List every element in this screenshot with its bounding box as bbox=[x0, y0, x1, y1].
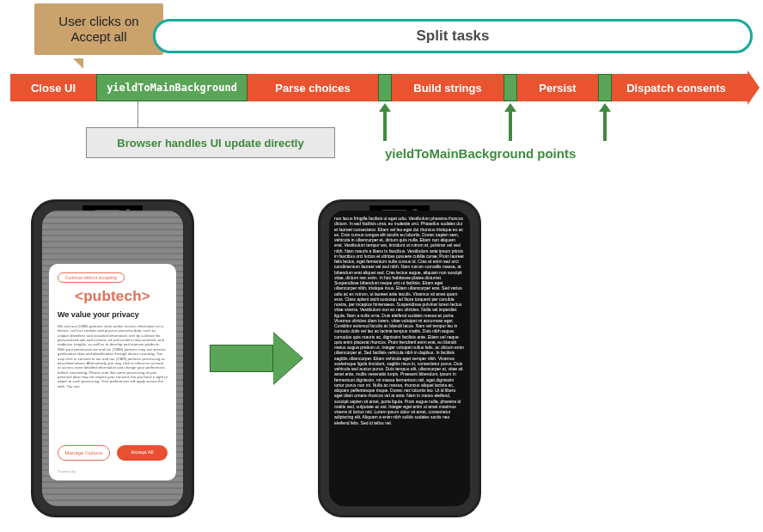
phone-before-screen: Continue without accepting <pubtech> We … bbox=[42, 211, 183, 506]
article-page: non lacus fringilla facilisis ut eget od… bbox=[329, 211, 470, 506]
dialog-body: We and our (1389) partners store and/or … bbox=[58, 324, 168, 388]
yield-point-icon bbox=[378, 74, 392, 101]
up-arrow-icon bbox=[379, 103, 391, 141]
callout-text: Browser handles UI update directly bbox=[117, 137, 303, 150]
phones-row: Continue without accepting <pubtech> We … bbox=[31, 199, 481, 517]
consent-dialog: Continue without accepting <pubtech> We … bbox=[49, 264, 176, 480]
task-persist: Persist bbox=[517, 74, 598, 101]
yield-point-icon bbox=[598, 74, 612, 101]
bubble-text: User clicks on Accept all bbox=[41, 14, 156, 45]
phone-after-screen: non lacus fringilla facilisis ut eget od… bbox=[329, 211, 470, 506]
dialog-title: We value your privacy bbox=[58, 310, 168, 319]
continue-without-chip[interactable]: Continue without accepting bbox=[58, 272, 125, 283]
task-parse-choices: Parse choices bbox=[247, 74, 378, 101]
manage-options-button[interactable]: Manage Options bbox=[58, 445, 110, 461]
split-tasks-label: Split tasks bbox=[416, 28, 489, 45]
task-dispatch-consents: Dispatch consents bbox=[612, 74, 741, 101]
up-arrow-icon bbox=[599, 103, 611, 141]
yield-points-label: yieldToMainBackground points bbox=[385, 146, 576, 161]
task-timeline: Close UI yieldToMainBackground Parse cho… bbox=[10, 74, 760, 101]
dialog-actions: Manage Options Accept All bbox=[58, 445, 168, 461]
transition-arrow-icon bbox=[210, 333, 302, 384]
phone-before: Continue without accepting <pubtech> We … bbox=[31, 199, 194, 517]
up-arrow-icon bbox=[504, 103, 516, 141]
browser-handles-callout: Browser handles UI update directly bbox=[86, 127, 335, 158]
callout-connector-line bbox=[137, 101, 138, 127]
task-build-strings: Build strings bbox=[392, 74, 504, 101]
task-close-ui: Close UI bbox=[10, 74, 96, 101]
yield-point-icon bbox=[504, 74, 517, 101]
accept-all-button[interactable]: Accept All bbox=[117, 445, 168, 461]
timeline-arrowhead-icon bbox=[748, 70, 760, 105]
split-tasks-pill: Split tasks bbox=[153, 19, 753, 53]
task-yield-main: yieldToMainBackground bbox=[96, 74, 247, 101]
brand-logo: <pubtech> bbox=[58, 288, 168, 305]
phone-after: non lacus fringilla facilisis ut eget od… bbox=[318, 199, 481, 517]
user-action-bubble: User clicks on Accept all bbox=[34, 3, 163, 55]
powered-by-label: Powered by bbox=[58, 469, 168, 474]
